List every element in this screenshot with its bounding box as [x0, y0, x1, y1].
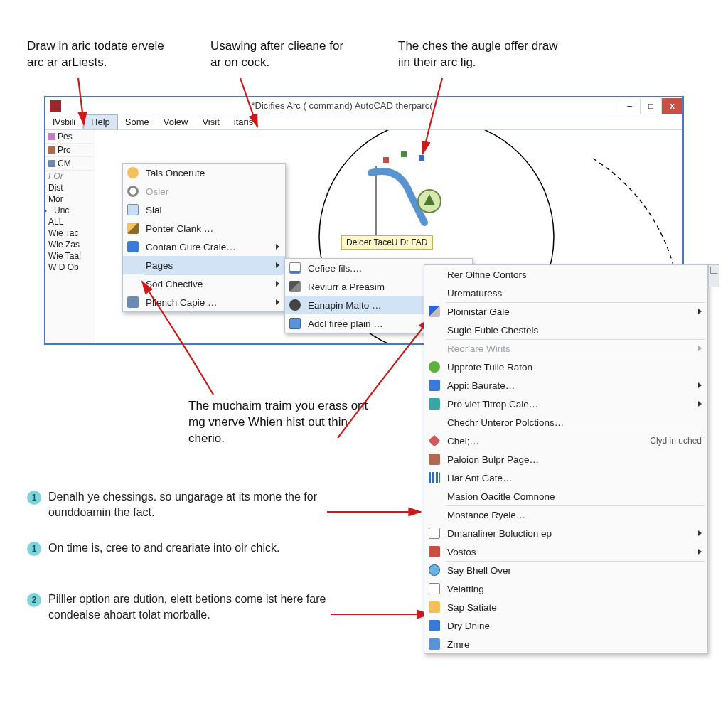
menu-item-pages[interactable]: Pages: [123, 256, 285, 274]
sidebar-tab[interactable]: Pro: [46, 144, 95, 157]
step-2: 1 On time is, cree to and creariate into…: [27, 540, 279, 556]
sidebar-tab[interactable]: Pes: [46, 130, 95, 144]
list-item[interactable]: Wie Taal: [46, 250, 95, 262]
step-3: 2 Pilller option are dution, elett betio…: [27, 592, 361, 622]
chevron-right-icon: [276, 281, 279, 287]
scrollbar[interactable]: [708, 264, 719, 287]
step-badge: 2: [27, 593, 41, 607]
menu-item[interactable]: Dry Dnine: [424, 616, 707, 635]
close-button[interactable]: x: [661, 98, 682, 114]
chevron-right-icon: [276, 299, 279, 305]
step-text: Pilller option are dution, elett betions…: [48, 592, 361, 622]
menu-item[interactable]: Tais Oncerute: [123, 164, 285, 182]
chevron-right-icon: [698, 401, 702, 407]
canvas-tooltip: Deloer TaceU D: FAD: [341, 235, 433, 250]
menu-item[interactable]: Ploinistar Gale: [424, 302, 707, 321]
minimize-button[interactable]: –: [619, 98, 640, 114]
menubar-item-help[interactable]: Help: [83, 114, 118, 129]
menu-item[interactable]: Appi: Baurate…: [424, 376, 707, 395]
list-item[interactable]: Wie Zas: [46, 239, 95, 250]
callout-4: The muchaim traim you erass ont mg vnerv…: [188, 398, 373, 447]
menu-item[interactable]: Mostance Ryele…: [424, 505, 707, 524]
menu-item[interactable]: Contan Gure Crale…: [123, 237, 285, 256]
menu-item[interactable]: Upprote Tulle Raton: [424, 358, 707, 376]
menu-item[interactable]: Sial: [123, 200, 285, 219]
submenu-level3: Rer Olfine Contors Urematuress Ploinista…: [424, 264, 708, 654]
svg-rect-5: [383, 157, 389, 163]
chevron-right-icon: [276, 244, 279, 250]
menu-item[interactable]: Paloion Bulpr Page…: [424, 450, 707, 469]
callout-2: Usawing after clieane for ar on cock.: [210, 38, 353, 71]
menu-item[interactable]: Pro viet Titrop Cale…: [424, 395, 707, 413]
chevron-right-icon: [698, 530, 702, 536]
callout-1: Draw in aric todate ervele arc ar arLies…: [27, 38, 176, 71]
menu-item[interactable]: Har Ant Gate…: [424, 469, 707, 487]
menubar-item-itaris[interactable]: itaris: [227, 114, 260, 129]
menu-item[interactable]: Sap Satiate: [424, 598, 707, 616]
callout-3: The ches the augle offer draw iin their …: [398, 38, 562, 71]
step-badge: 1: [27, 542, 41, 556]
menu-item[interactable]: Velatting: [424, 579, 707, 598]
sidebar: Pes Pro CM FOr Dist Mor ▸Unc ALL Wie Tac…: [46, 130, 95, 343]
menubar: IVsbili Help Some Volew Visit itaris: [46, 114, 682, 130]
list-item[interactable]: W D Ob: [46, 262, 95, 273]
app-icon: [50, 100, 61, 112]
menubar-item-volew[interactable]: Volew: [156, 114, 196, 129]
menu-item[interactable]: Rer Olfine Contors: [424, 265, 707, 284]
menu-item[interactable]: Say Bhell Over: [424, 561, 707, 579]
chevron-right-icon: [698, 346, 702, 351]
menu-item[interactable]: Osler: [123, 182, 285, 200]
menu-item[interactable]: Pliench Capie …: [123, 293, 285, 311]
window-title: *Dicifies Arc ( command) AutoCAD therpar…: [65, 100, 619, 111]
menu-item[interactable]: Masion Oacitle Comnone: [424, 487, 707, 505]
menu-item[interactable]: Zmre: [424, 635, 707, 653]
chevron-right-icon: [698, 382, 702, 388]
menu-item[interactable]: Chechr Unteror Polctions…: [424, 413, 707, 432]
chevron-right-icon: [698, 309, 702, 314]
list-item[interactable]: ALL: [46, 216, 95, 228]
list-item[interactable]: ▸Unc: [46, 205, 95, 216]
svg-rect-7: [419, 155, 424, 161]
step-1: 1 Denalh ye chessings. so ungarage at it…: [27, 489, 361, 520]
chevron-right-icon: [276, 262, 279, 268]
list-item[interactable]: Mor: [46, 193, 95, 205]
dropdown-menu-help: Tais Oncerute Osler Sial Ponter Clank … …: [122, 163, 286, 312]
step-text: On time is, cree to and creariate into o…: [48, 540, 279, 556]
svg-rect-6: [401, 151, 407, 157]
menu-item: Reor'are Wirits: [424, 339, 707, 358]
menubar-item-some[interactable]: Some: [118, 114, 156, 129]
titlebar[interactable]: *Dicifies Arc ( command) AutoCAD therpar…: [46, 97, 682, 114]
menu-item[interactable]: Vostos: [424, 542, 707, 561]
menu-item[interactable]: Ponter Clank …: [123, 219, 285, 237]
menu-item[interactable]: Sugle Fuble Chestels: [424, 321, 707, 339]
sidebar-tab[interactable]: CM: [46, 157, 95, 171]
menu-item[interactable]: Sod Chective: [123, 274, 285, 293]
sidebar-list-header: FOr: [46, 171, 95, 182]
menu-item[interactable]: Dmanaliner Boluction ep: [424, 524, 707, 542]
menubar-item-visit[interactable]: Visit: [195, 114, 226, 129]
step-text: Denalh ye chessings. so ungarage at its …: [48, 489, 361, 520]
menu-item[interactable]: Urematuress: [424, 284, 707, 302]
maximize-button[interactable]: □: [640, 98, 661, 114]
step-badge: 1: [27, 491, 41, 505]
chevron-right-icon: [698, 549, 702, 555]
menu-item[interactable]: Chel;…Clyd in uched: [424, 432, 707, 450]
list-item[interactable]: Dist: [46, 182, 95, 193]
list-item[interactable]: Wie Tac: [46, 228, 95, 239]
menubar-tab[interactable]: IVsbili: [46, 114, 83, 129]
